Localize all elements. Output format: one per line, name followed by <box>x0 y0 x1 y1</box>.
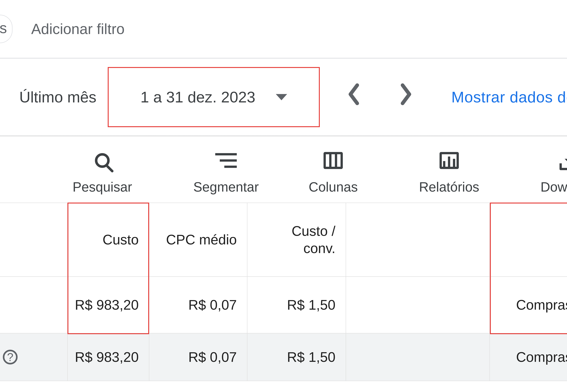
date-prev-button[interactable] <box>347 83 361 109</box>
table-total-cpc: R$ 0,07 <box>149 333 247 381</box>
table-cell-resultados: Compras (Site:): 654,81 <box>490 277 567 333</box>
chevron-down-icon <box>276 94 287 100</box>
download-label: Download <box>540 179 567 195</box>
table-total-custo-conv: R$ 1,50 <box>247 333 346 381</box>
search-label: Pesquisar <box>73 179 132 195</box>
download-button[interactable]: Download <box>540 151 567 195</box>
table-cell-help: ? <box>0 333 68 381</box>
table-cell-blank <box>0 277 68 333</box>
reports-label: Relatórios <box>419 179 479 195</box>
table-cell-cpc: R$ 0,07 <box>149 277 247 333</box>
table-cell-custo-conv: R$ 1,50 <box>247 277 346 333</box>
date-range-value: 1 a 31 dez. 2023 <box>140 88 255 106</box>
add-filter-button[interactable]: Adicionar filtro <box>31 20 125 37</box>
reports-button[interactable]: Relatórios <box>419 151 479 195</box>
columns-button[interactable]: Colunas <box>309 151 358 195</box>
table-cell-blank-2 <box>346 277 490 333</box>
metrics-table: Custo CPC médio Custo / conv. Resultados… <box>0 203 567 381</box>
table-total-custo: R$ 983,20 <box>68 333 149 381</box>
show-last-30-days-link[interactable]: Mostrar dados dos últimos 30 dias <box>451 88 567 106</box>
search-icon <box>95 153 110 168</box>
table-toolbar: Pesquisar Segmentar Colunas Relatórios D… <box>0 136 567 203</box>
table-header-row: Custo CPC médio Custo / conv. Resultados… <box>0 203 567 277</box>
reports-icon <box>440 152 459 169</box>
date-range-preset-label: Último mês <box>19 88 97 106</box>
table-header-custo-conv[interactable]: Custo / conv. <box>247 203 346 277</box>
date-next-button[interactable] <box>399 83 413 109</box>
date-range-picker[interactable]: 1 a 31 dez. 2023 <box>108 67 320 127</box>
search-button[interactable]: Pesquisar <box>73 151 132 195</box>
table-totals-row: ? R$ 983,20 R$ 0,07 R$ 1,50 Compras (Sit… <box>0 333 567 381</box>
table: Custo CPC médio Custo / conv. Resultados… <box>0 203 567 381</box>
table-row[interactable]: R$ 983,20 R$ 0,07 R$ 1,50 Compras (Site:… <box>0 277 567 333</box>
table-header-blank-2 <box>346 203 490 277</box>
segment-button[interactable]: Segmentar <box>193 151 259 195</box>
columns-icon <box>324 152 343 169</box>
download-icon <box>560 151 567 170</box>
table-header-custo-conv-l1: Custo / <box>292 223 335 239</box>
filter-chip-partial[interactable]: s <box>0 15 13 43</box>
top-filter-bar: s Adicionar filtro Salvar <box>0 0 567 58</box>
columns-label: Colunas <box>309 179 358 195</box>
table-cell-custo: R$ 983,20 <box>68 277 149 333</box>
table-total-resultados: Compras (Site:): 654,81 <box>490 333 567 381</box>
table-header-blank <box>0 203 68 277</box>
segment-icon <box>215 153 237 168</box>
segment-label: Segmentar <box>193 179 259 195</box>
table-cell-blank-2 <box>346 333 490 381</box>
date-range-row: Último mês 1 a 31 dez. 2023 Mostrar dado… <box>0 58 567 136</box>
table-header-custo-conv-l2: conv. <box>303 240 335 256</box>
table-header-resultados[interactable]: Resultados <box>490 203 567 277</box>
table-header-custo[interactable]: Custo <box>68 203 149 277</box>
help-icon[interactable]: ? <box>3 350 18 364</box>
table-header-cpc-medio[interactable]: CPC médio <box>149 203 247 277</box>
filter-chip-partial-text: s <box>0 19 7 37</box>
